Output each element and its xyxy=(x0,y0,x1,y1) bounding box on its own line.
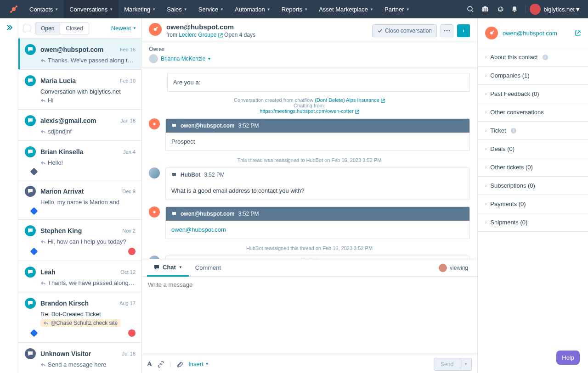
system-note: Conversation created from chatflow (Dont… xyxy=(149,97,470,114)
account-switcher[interactable]: biglytics.net ▼ xyxy=(530,4,584,15)
details-section[interactable]: › Past Feedback (0) xyxy=(478,85,588,103)
nav-marketing[interactable]: Marketing▼ xyxy=(119,0,161,18)
conversation-preview: Hello! xyxy=(40,159,136,166)
settings-icon[interactable] xyxy=(492,2,507,17)
conversation-item[interactable]: Brandon Kirsch Aug 17 Re: Bot-Created Ti… xyxy=(18,292,141,343)
conversation-name: alexis@gmail.com xyxy=(40,117,120,124)
expand-sidebar-icon[interactable] xyxy=(6,24,13,373)
conversation-name: Stephen King xyxy=(40,227,122,234)
conversation-date: Jan 4 xyxy=(123,149,136,155)
chevron-right-icon: › xyxy=(485,91,486,96)
conversation-item[interactable]: owen@hubspot.com Feb 16 Thanks. We've pa… xyxy=(18,39,141,70)
nav-asset-marketplace[interactable]: Asset Marketplace▼ xyxy=(313,0,379,18)
sort-dropdown[interactable]: Newest▼ xyxy=(111,25,136,32)
email-link[interactable]: owen@hubspot.com xyxy=(171,226,226,233)
conversation-item[interactable]: Leah Oct 12 Thanls, we have passed along… xyxy=(18,261,141,292)
nav-service[interactable]: Service▼ xyxy=(193,0,229,18)
section-label: Companies (1) xyxy=(490,72,529,79)
ticket-icon xyxy=(30,329,38,337)
conversation-preview: Hello, my name is Marion and xyxy=(40,199,136,206)
conversation-date: Feb 16 xyxy=(120,47,136,52)
message-input[interactable] xyxy=(148,281,471,350)
hubspot-logo[interactable] xyxy=(8,4,19,15)
details-section[interactable]: › Other conversations xyxy=(478,103,588,122)
conversation-date: Jan 18 xyxy=(120,118,136,123)
nav-contacts[interactable]: Contacts▼ xyxy=(24,0,64,18)
close-conversation-button[interactable]: Close conversation xyxy=(372,24,437,37)
nav-sales[interactable]: Sales▼ xyxy=(161,0,192,18)
attachment-icon[interactable] xyxy=(176,361,183,367)
details-section[interactable]: › Payments (0) xyxy=(478,195,588,213)
conversation-item[interactable]: Marion Arrivat Dec 9 Hello, my name is M… xyxy=(18,180,141,220)
conversation-preview: sdjbndjnf xyxy=(40,128,136,135)
conversation-item[interactable]: Stephen King Nov 2 Hi, how can I help yo… xyxy=(18,220,141,261)
conversation-item[interactable]: Unknown Visitor Jul 18 Send a message he… xyxy=(18,343,141,373)
chat-icon xyxy=(25,267,36,278)
send-button[interactable]: Send xyxy=(434,358,460,371)
details-section[interactable]: › Deals (0) xyxy=(478,140,588,158)
conversation-item[interactable]: Brian Kinsella Jan 4 Hello! xyxy=(18,141,141,180)
conversation-item[interactable]: Maria Lucia Feb 10 Conversation with big… xyxy=(18,70,141,110)
details-section[interactable]: › About this contact i xyxy=(478,48,588,67)
thread-subtitle: from Leclerc Groupe Open 4 days xyxy=(166,32,255,38)
tab-comment[interactable]: Comment xyxy=(189,260,227,276)
section-label: Deals (0) xyxy=(490,145,514,152)
popout-icon[interactable] xyxy=(575,30,581,36)
more-actions-button[interactable] xyxy=(441,24,453,37)
svg-point-15 xyxy=(449,30,450,31)
marketplace-icon[interactable] xyxy=(478,2,492,17)
chatflow-link[interactable]: (Dont Delete) Alps Insurance xyxy=(315,97,385,103)
chevron-right-icon: › xyxy=(485,183,486,188)
details-section[interactable]: › Companies (1) xyxy=(478,67,588,85)
contact-name-link[interactable]: owen@hubspot.com xyxy=(503,30,575,37)
nav-partner[interactable]: Partner▼ xyxy=(379,0,415,18)
conversation-date: Nov 2 xyxy=(122,228,136,234)
ticket-icon xyxy=(30,168,38,176)
notifications-icon[interactable] xyxy=(507,2,522,17)
select-all-checkbox[interactable] xyxy=(23,25,30,32)
send-options-button[interactable]: ▼ xyxy=(460,358,472,371)
chevron-right-icon: › xyxy=(485,73,486,78)
link-tool-icon[interactable] xyxy=(158,361,164,367)
owner-picker[interactable]: Brianna McKenzie ▼ xyxy=(149,54,470,63)
info-icon: i xyxy=(543,55,548,60)
filter-closed[interactable]: Closed xyxy=(60,23,88,34)
chat-icon xyxy=(25,298,36,309)
conversation-date: Jul 18 xyxy=(122,351,136,356)
conversation-date: Dec 9 xyxy=(122,189,136,194)
alert-badge xyxy=(128,248,136,255)
chat-icon xyxy=(25,186,36,197)
svg-point-19 xyxy=(153,211,156,213)
details-section[interactable]: › Shipments (0) xyxy=(478,213,588,232)
nav-reports[interactable]: Reports▼ xyxy=(276,0,313,18)
help-button[interactable]: Help xyxy=(556,351,580,365)
chat-icon xyxy=(25,75,36,86)
conversation-date: Oct 12 xyxy=(121,269,136,275)
details-section[interactable]: › Other tickets (0) xyxy=(478,158,588,177)
owner-label: Owner xyxy=(149,46,470,52)
svg-point-18 xyxy=(153,123,156,125)
section-label: Subscriptions (0) xyxy=(490,182,535,189)
details-section[interactable]: › Ticket i xyxy=(478,122,588,140)
nav-automation[interactable]: Automation▼ xyxy=(229,0,276,18)
message-text: Are you a: xyxy=(168,73,469,91)
nav-conversations[interactable]: Conversations▼ xyxy=(64,0,119,18)
tab-chat[interactable]: Chat ▼ xyxy=(147,259,189,277)
insert-dropdown[interactable]: Insert▼ xyxy=(188,361,209,367)
resize-handle[interactable]: ::::::::::::: xyxy=(300,257,319,261)
company-link[interactable]: Leclerc Groupe xyxy=(179,32,222,38)
font-tool-icon[interactable]: A xyxy=(147,360,152,368)
chevron-right-icon: › xyxy=(485,220,486,225)
filter-open[interactable]: Open xyxy=(35,23,60,34)
conversation-item[interactable]: alexis@gmail.com Jan 18 sdjbndjnf xyxy=(18,110,141,141)
svg-line-6 xyxy=(472,11,473,12)
message-text: What is a good email address to contact … xyxy=(166,182,469,200)
info-button[interactable]: i xyxy=(457,24,470,37)
search-icon[interactable] xyxy=(463,2,478,17)
chat-icon xyxy=(25,348,36,359)
ticket-icon xyxy=(30,248,38,256)
chatting-from-link[interactable]: https://meetings.hubspot.com/owen-cotter xyxy=(260,108,359,114)
conversation-subject: Re: Bot-Created Ticket xyxy=(40,311,136,317)
system-note: This thread was reassigned to HubBot on … xyxy=(149,157,470,163)
details-section[interactable]: › Subscriptions (0) xyxy=(478,177,588,195)
